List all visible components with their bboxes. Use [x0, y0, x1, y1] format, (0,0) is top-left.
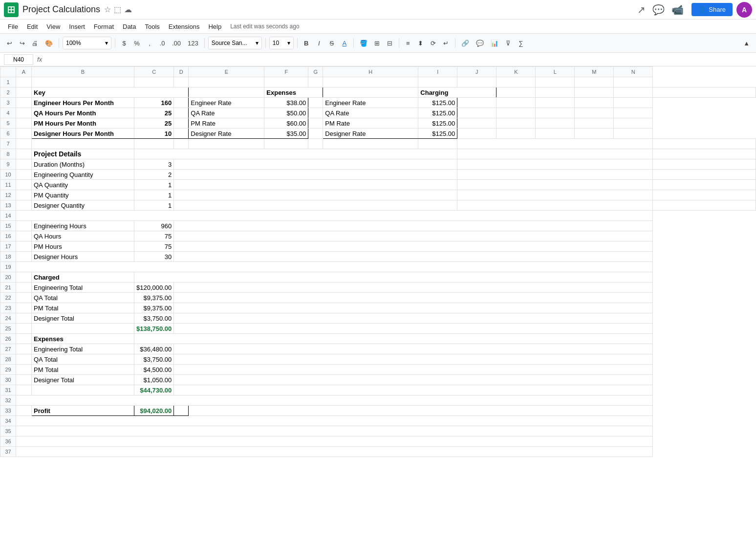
cell-c15[interactable]: 960	[134, 221, 174, 231]
cell-e5[interactable]: PM Rate	[189, 118, 264, 129]
print-button[interactable]: 🖨	[29, 37, 41, 49]
cell-c9[interactable]: 3	[134, 159, 174, 170]
cell-c10[interactable]: 2	[134, 170, 174, 180]
cell-l5[interactable]	[536, 118, 575, 129]
trend-icon[interactable]: ↗	[637, 4, 646, 16]
cell-d25[interactable]	[174, 324, 653, 334]
v-align-button[interactable]: ⬍	[415, 37, 426, 49]
cell-h3[interactable]: Engineer Rate	[323, 98, 418, 108]
cell-d18[interactable]	[174, 252, 653, 262]
cell-d9[interactable]	[174, 159, 457, 170]
cell-m2[interactable]	[614, 87, 653, 98]
cell-b17[interactable]: PM Hours	[32, 241, 134, 252]
cell-n3[interactable]	[614, 98, 653, 108]
cell-c1[interactable]	[134, 77, 174, 87]
italic-button[interactable]: I	[314, 37, 324, 49]
zoom-selector[interactable]: 100% ▾	[63, 37, 111, 49]
cell-c25[interactable]: $138,750.00	[134, 324, 174, 334]
cell-n1[interactable]	[614, 77, 653, 87]
format-123-button[interactable]: 123	[185, 37, 201, 49]
cell-a27[interactable]	[16, 344, 32, 354]
cell-j13[interactable]	[457, 200, 653, 211]
cell-g3[interactable]	[308, 98, 323, 108]
cell-f5[interactable]: $60.00	[264, 118, 308, 129]
cell-d5[interactable]	[174, 118, 189, 129]
cell-a5[interactable]	[16, 118, 32, 129]
col-header-n[interactable]: N	[614, 67, 653, 77]
cell-h5[interactable]: PM Rate	[323, 118, 418, 129]
cell-b25[interactable]	[32, 324, 134, 334]
cell-j9[interactable]	[457, 159, 653, 170]
cell-i7[interactable]	[418, 139, 457, 149]
cell-k6[interactable]	[497, 129, 536, 139]
cell-c12[interactable]: 1	[134, 190, 174, 200]
cell-b1[interactable]	[32, 77, 134, 87]
cell-g7[interactable]	[308, 139, 323, 149]
cell-k1[interactable]	[497, 77, 536, 87]
cell-c30[interactable]: $1,050.00	[134, 375, 174, 385]
cell-row32[interactable]	[16, 395, 653, 406]
cell-k3[interactable]	[497, 98, 536, 108]
col-header-f[interactable]: F	[264, 67, 308, 77]
cell-k5[interactable]	[497, 118, 536, 129]
cell-f7[interactable]	[264, 139, 308, 149]
meet-icon[interactable]: 📹	[671, 4, 684, 16]
col-header-h[interactable]: H	[323, 67, 418, 77]
cell-a18[interactable]	[16, 252, 32, 262]
cell-e33[interactable]	[189, 406, 653, 416]
cell-b3[interactable]: Engineer Hours Per Month	[32, 98, 134, 108]
comma-button[interactable]: ,	[144, 37, 155, 49]
cell-a16[interactable]	[16, 231, 32, 241]
cell-f4[interactable]: $50.00	[264, 108, 308, 118]
cell-n5[interactable]	[614, 118, 653, 129]
cell-j11[interactable]	[457, 180, 653, 190]
cell-j1[interactable]	[457, 77, 497, 87]
cell-h6[interactable]: Designer Rate	[323, 129, 418, 139]
cell-f3[interactable]: $38.00	[264, 98, 308, 108]
h-align-button[interactable]: ≡	[403, 37, 413, 49]
cell-d17[interactable]	[174, 241, 653, 252]
cell-c18[interactable]: 30	[134, 252, 174, 262]
cell-a33[interactable]	[16, 406, 32, 416]
spreadsheet[interactable]: A B C D E F G H I J K L M N 1	[0, 66, 756, 545]
menu-format[interactable]: Format	[90, 22, 118, 32]
menu-insert[interactable]: Insert	[65, 22, 89, 32]
cell-m1[interactable]	[575, 77, 614, 87]
user-avatar[interactable]: A	[736, 2, 752, 18]
cell-b11[interactable]: QA Quantity	[32, 180, 134, 190]
cell-j8[interactable]	[457, 149, 653, 159]
cell-i6[interactable]: $125.00	[418, 129, 457, 139]
text-rotate-button[interactable]: ⟳	[428, 37, 439, 49]
cell-c31[interactable]: $44,730.00	[134, 385, 174, 395]
cell-h2[interactable]: Charging	[418, 87, 497, 98]
cell-e7[interactable]	[189, 139, 264, 149]
redo-button[interactable]: ↪	[17, 37, 27, 49]
col-header-b[interactable]: B	[32, 67, 134, 77]
cell-b20[interactable]: Charged	[32, 272, 134, 283]
cell-a3[interactable]	[16, 98, 32, 108]
cell-b4[interactable]: QA Hours Per Month	[32, 108, 134, 118]
cell-b16[interactable]: QA Hours	[32, 231, 134, 241]
cell-e4[interactable]: QA Rate	[189, 108, 264, 118]
folder-icon[interactable]: ⬚	[114, 5, 121, 14]
cell-a15[interactable]	[16, 221, 32, 231]
cell-n10[interactable]	[653, 170, 756, 180]
menu-extensions[interactable]: Extensions	[165, 22, 204, 32]
cell-a22[interactable]	[16, 293, 32, 303]
cell-c20[interactable]	[134, 272, 653, 283]
menu-file[interactable]: File	[4, 22, 22, 32]
col-header-j[interactable]: J	[457, 67, 497, 77]
cell-row36[interactable]	[16, 436, 653, 447]
cell-d30[interactable]	[174, 375, 653, 385]
cell-n11[interactable]	[653, 180, 756, 190]
col-header-i[interactable]: I	[418, 67, 457, 77]
cell-j5[interactable]	[457, 118, 497, 129]
cell-n9[interactable]	[653, 159, 756, 170]
cell-b27[interactable]: Engineering Total	[32, 344, 134, 354]
cell-b23[interactable]: PM Total	[32, 303, 134, 313]
menu-help[interactable]: Help	[204, 22, 225, 32]
link-button[interactable]: 🔗	[459, 37, 472, 49]
undo-button[interactable]: ↩	[4, 37, 15, 49]
decimal-more-button[interactable]: .00	[170, 37, 183, 49]
cell-c29[interactable]: $4,500.00	[134, 365, 174, 375]
